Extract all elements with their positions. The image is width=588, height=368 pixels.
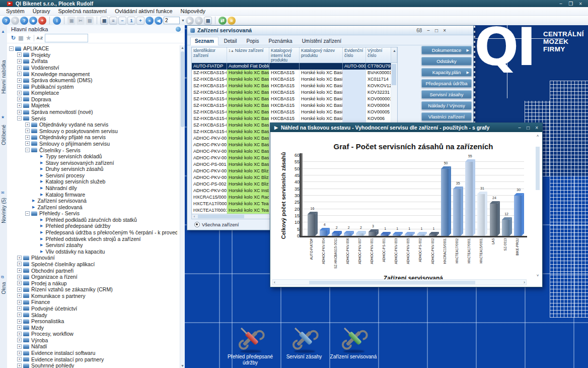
tree-item[interactable]: +Obchodní partneři: [7, 267, 177, 274]
tree-item[interactable]: +Projekty: [7, 52, 177, 58]
tree-toggle[interactable]: +: [17, 72, 22, 76]
tree-toggle[interactable]: −: [17, 116, 22, 120]
detail-icon[interactable]: ≡: [109, 17, 117, 25]
app-close-button[interactable]: ×: [579, 1, 582, 7]
tree-item[interactable]: ▶Vliv odstávky na kapacitu: [7, 249, 177, 255]
tree-item[interactable]: ▶Předepsaná údržba s překročeným % čerpá…: [7, 229, 177, 236]
tree-item[interactable]: +Objednávky přijaté na servis: [7, 134, 177, 141]
windows-icon[interactable]: ▦: [100, 17, 108, 25]
record-number-input[interactable]: [164, 17, 180, 24]
devwin-titlebar[interactable]: Zařízení servisovaná 68 − □ ×: [187, 26, 473, 35]
menu-syst-m[interactable]: Systém: [2, 8, 29, 14]
tree-toggle[interactable]: +: [17, 103, 22, 108]
table-row[interactable]: SZ-HXCBAS15-0009Horské kolo XC Basic 15"…: [192, 102, 391, 109]
tree-item[interactable]: ▶Stavy servisovaných zařízení: [7, 159, 177, 166]
tree-toggle[interactable]: +: [17, 293, 22, 298]
tree-toggle[interactable]: −: [9, 46, 14, 51]
tree-item[interactable]: ▶Katalog servisních služeb: [7, 178, 177, 185]
tree-item[interactable]: ▶Přehled odstávek všech strojů a zařízen…: [7, 235, 177, 242]
tab-detail[interactable]: Detail: [220, 37, 241, 45]
tree-toggle[interactable]: +: [17, 332, 22, 336]
tree-item[interactable]: ▶Náhradní díly: [7, 185, 177, 192]
help-alt-icon[interactable]: ?: [11, 17, 19, 25]
first-record-icon[interactable]: «: [145, 17, 154, 25]
preview-vscrollbar[interactable]: ˄ ˅: [535, 134, 541, 278]
tree-toggle[interactable]: −: [25, 211, 30, 216]
tab-um-st-n-za-zen-[interactable]: Umístění zařízení: [298, 37, 345, 45]
scroll-down-icon[interactable]: ▼: [180, 364, 185, 367]
preview-close-button[interactable]: ×: [535, 125, 538, 131]
tree-toggle[interactable]: +: [17, 275, 22, 279]
paste-icon[interactable]: ▤: [86, 17, 94, 25]
action-button-kapacity-pl-n[interactable]: Kapacity,plán▶: [421, 68, 472, 77]
tree-item[interactable]: +Procesy, workflow: [7, 331, 177, 337]
alerts-icon[interactable]: !: [53, 17, 61, 25]
sidebar-tab-2[interactable]: Oblíbené: [1, 121, 7, 149]
tree-item[interactable]: +Smlouvy o přijímaném servisu: [7, 141, 177, 147]
action-button-dokumentace[interactable]: Dokumentace▶: [421, 46, 472, 54]
tree-item[interactable]: +Knowledge management: [7, 71, 177, 77]
tree-item[interactable]: +Podvojné účetnictví: [7, 305, 177, 312]
help-icon[interactable]: ?: [2, 17, 10, 25]
preview-hscrollbar[interactable]: ‹ ›: [272, 279, 527, 285]
tree-item[interactable]: ▶Druhy servisních zásahů: [7, 166, 177, 172]
table-row[interactable]: SZ-HXCBAS15-0010Horské kolo XC Basic 15"…: [192, 109, 391, 115]
scroll-left-icon[interactable]: ‹: [274, 280, 275, 285]
tab-seznam[interactable]: Seznam: [190, 37, 218, 45]
devwin-minimize-button[interactable]: −: [427, 28, 430, 33]
tree-item[interactable]: ▶Servisní procesy: [7, 172, 177, 179]
tree-item[interactable]: −Servis: [7, 115, 177, 121]
table-row[interactable]: SZ-HXCBAS15-0006Horské kolo XC Basic 15"…: [192, 83, 391, 89]
tree-item[interactable]: ▶Servisní zásahy: [7, 242, 177, 249]
tree-toggle[interactable]: +: [17, 281, 22, 285]
scroll-down-icon[interactable]: ˅: [535, 273, 541, 278]
tree-item[interactable]: ▶Katalog firmware: [7, 191, 177, 198]
tree-item[interactable]: +Nářadí: [7, 343, 177, 350]
tree-item[interactable]: +Komunikace s partnery: [7, 293, 177, 299]
tree-item[interactable]: +Plánování: [7, 255, 177, 261]
scroll-right-icon[interactable]: ›: [524, 280, 525, 285]
devwin-close-button[interactable]: ×: [443, 28, 446, 33]
column-header[interactable]: Identifikátor zařízení: [192, 47, 227, 63]
table-vscroll-up-icon[interactable]: ▲: [391, 47, 397, 63]
tree-toggle[interactable]: +: [17, 110, 22, 114]
column-header[interactable]: Výrobní číslo: [366, 47, 391, 63]
app-restore-button[interactable]: ❐: [568, 1, 573, 7]
print-icon[interactable]: ▤: [204, 17, 212, 25]
tree-item[interactable]: +Řízení vztahů se zákazníky (CRM): [7, 286, 177, 293]
menu-n-pov-dy[interactable]: Nápovědy: [177, 8, 210, 14]
tree-toggle[interactable]: +: [17, 256, 22, 260]
devwin-maximize-button[interactable]: □: [435, 28, 438, 33]
tree-item[interactable]: +Evidence instalací softwaru: [7, 350, 177, 356]
sidebar-tab-4[interactable]: Okna: [1, 280, 7, 297]
tree-toggle[interactable]: +: [25, 122, 30, 127]
tree-item[interactable]: ▶Přehled podkladů záručních dob statků: [7, 217, 177, 223]
action-button-p-edepsan-dr-ba[interactable]: Předepsaná údržba: [421, 79, 472, 88]
tree-scrollbar[interactable]: ▲ ▼: [180, 45, 185, 368]
tree-toggle[interactable]: −: [25, 148, 30, 152]
tree-item[interactable]: +Výroba: [7, 337, 177, 344]
tree-toggle[interactable]: +: [17, 287, 22, 292]
tree-toggle[interactable]: +: [17, 59, 22, 64]
last-record-icon[interactable]: »: [195, 17, 203, 25]
tree-item[interactable]: −APLIKACE: [7, 45, 177, 52]
tree-item[interactable]: +Finance: [7, 299, 177, 305]
table-row[interactable]: SZ-HXCBAS15-0014Horské kolo XC Basic 15"…: [192, 70, 391, 76]
tree-item[interactable]: ▶Přehled předepsané údržby: [7, 223, 177, 229]
column-header[interactable]: Katalogový interní kód produktu: [269, 47, 300, 63]
refresh-icon[interactable]: ↻: [11, 35, 16, 41]
tree-item[interactable]: +Zvířata: [7, 58, 177, 65]
tree-item[interactable]: +Objednávky vydané na servis: [7, 121, 177, 128]
preview-titlebar[interactable]: ▶ Náhled na tiskovou sestavu - Vyhodnoce…: [270, 123, 542, 132]
scroll-up-icon[interactable]: ˄: [535, 134, 541, 138]
favorite-star-icon[interactable]: ★: [26, 35, 31, 41]
tree-item[interactable]: +Publikační systém: [7, 83, 177, 90]
screen-icon[interactable]: ▦: [18, 35, 23, 41]
action-button-servisn-z-sahy[interactable]: Servisní zásahy: [421, 90, 472, 99]
table-row[interactable]: SZ-HXCBAS15-0008Horské kolo XC Basic 15"…: [192, 96, 391, 102]
tree-item[interactable]: +Organizace a řízení: [7, 274, 177, 280]
table-row[interactable]: SZ-HXCBAS15-0012Horské kolo XC Basic 15"…: [192, 76, 391, 83]
tab-popis[interactable]: Popis: [242, 37, 263, 45]
tree-item[interactable]: +Společné číselníky aplikací: [7, 261, 177, 268]
tree-item[interactable]: ▶Typy servisních dokladů: [7, 153, 177, 160]
